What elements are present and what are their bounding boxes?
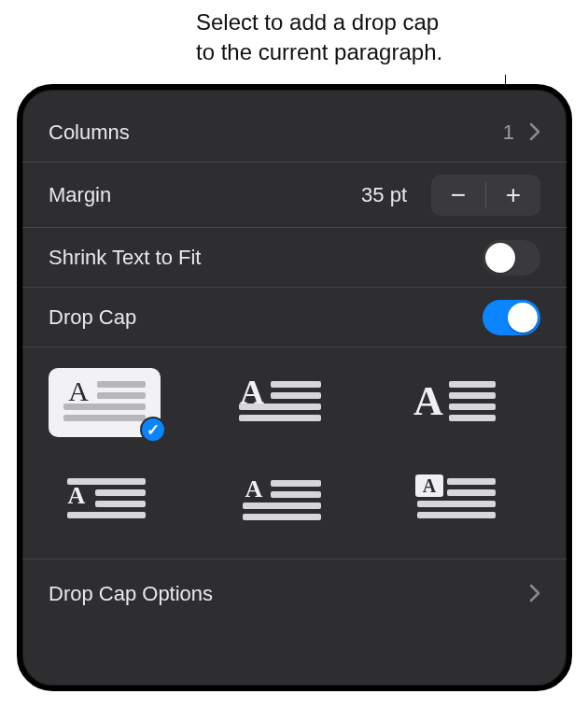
- margin-value: 35 pt: [361, 183, 407, 207]
- svg-rect-12: [449, 404, 496, 410]
- svg-rect-20: [271, 480, 321, 487]
- shrink-label: Shrink Text to Fit: [49, 246, 201, 270]
- svg-rect-18: [67, 512, 146, 518]
- chevron-right-icon: [529, 582, 540, 606]
- svg-text:A: A: [240, 375, 264, 411]
- svg-text:A: A: [68, 482, 86, 509]
- margin-label: Margin: [49, 183, 111, 207]
- svg-rect-5: [271, 381, 321, 388]
- dropcap-style-boxed[interactable]: A: [399, 465, 511, 534]
- svg-rect-3: [63, 415, 146, 421]
- svg-rect-21: [271, 491, 321, 498]
- dropcap-style-large-beside[interactable]: A: [399, 368, 511, 437]
- dropcap-styles: A ✓ A: [22, 347, 567, 559]
- dropcap-options-label: Drop Cap Options: [49, 582, 213, 606]
- dropcap-style-small-centered[interactable]: A: [49, 465, 161, 534]
- margin-stepper: − +: [431, 175, 540, 216]
- margin-row: Margin 35 pt − +: [22, 163, 567, 228]
- margin-decrease-button[interactable]: −: [431, 175, 485, 216]
- switch-knob: [485, 243, 515, 273]
- svg-text:A: A: [423, 475, 437, 496]
- columns-row[interactable]: Columns 1: [22, 103, 567, 163]
- switch-knob: [508, 303, 538, 333]
- chevron-right-icon: [529, 120, 540, 145]
- svg-rect-6: [271, 392, 321, 399]
- svg-rect-23: [243, 514, 321, 520]
- shrink-toggle[interactable]: [483, 240, 540, 276]
- dropcap-label: Drop Cap: [49, 305, 136, 330]
- svg-rect-8: [239, 415, 321, 421]
- dropcap-toggle[interactable]: [483, 300, 540, 335]
- callout-line2: to the current paragraph.: [196, 39, 442, 64]
- svg-text:A: A: [68, 375, 89, 406]
- columns-value: 1: [503, 120, 514, 145]
- shrink-row: Shrink Text to Fit: [22, 228, 567, 288]
- svg-text:A: A: [413, 378, 443, 424]
- svg-rect-16: [95, 489, 146, 496]
- svg-rect-11: [449, 392, 496, 399]
- svg-rect-17: [95, 501, 146, 507]
- columns-label: Columns: [49, 120, 130, 145]
- checkmark-icon: ✓: [140, 417, 166, 443]
- callout-text: Select to add a drop cap to the current …: [196, 7, 569, 68]
- dropcap-style-inline[interactable]: A: [224, 465, 336, 534]
- svg-rect-25: [447, 478, 496, 485]
- svg-rect-10: [449, 381, 496, 388]
- margin-increase-button[interactable]: +: [486, 175, 540, 216]
- dropcap-row: Drop Cap: [22, 288, 567, 347]
- svg-rect-26: [447, 489, 496, 496]
- svg-rect-22: [243, 503, 321, 509]
- dropcap-style-raised-two-line[interactable]: A ✓: [49, 368, 161, 437]
- svg-rect-1: [97, 392, 146, 399]
- svg-rect-27: [417, 501, 496, 507]
- dropcap-style-large-sit-above[interactable]: A: [224, 368, 336, 437]
- svg-rect-0: [97, 381, 146, 388]
- callout-line1: Select to add a drop cap: [196, 9, 439, 35]
- layout-panel: Columns 1 Margin 35 pt − + Shrink: [17, 84, 572, 691]
- svg-text:A: A: [245, 475, 262, 503]
- svg-rect-13: [449, 415, 496, 421]
- dropcap-options-row[interactable]: Drop Cap Options: [22, 559, 567, 629]
- svg-rect-28: [417, 512, 496, 518]
